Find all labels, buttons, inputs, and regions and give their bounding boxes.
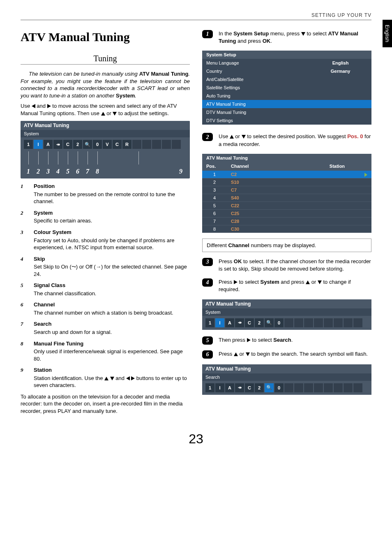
step-body: Then press to select Search. (219, 336, 371, 344)
cell-pos: 2 (202, 178, 227, 186)
def-num: 2 (21, 209, 29, 225)
text: ) or Off ( (76, 264, 96, 270)
strip-cell: I (215, 383, 224, 392)
diagram-title: ATV Manual Tuning (21, 121, 190, 130)
def-title: Skip (34, 255, 190, 263)
step-body: In the System Setup menu, press to selec… (219, 30, 371, 45)
text: numbers may be displayed. (249, 242, 316, 248)
text: Use (21, 103, 32, 109)
text: Station identification. Use the (34, 375, 104, 381)
text: OK (263, 38, 271, 44)
down-arrow-icon (242, 135, 246, 139)
note-box: Different Channel numbers may be display… (202, 239, 371, 252)
strip-cell (304, 318, 313, 327)
strip-cell: A (225, 383, 234, 392)
cell-channel: C25 (227, 209, 303, 217)
strip-cell: 🔍 (265, 318, 274, 327)
def-item: 4 Skip Set Skip to On (⤳) or Off (→) for… (21, 255, 190, 278)
strip-cell (314, 383, 323, 392)
left-arrow-icon (126, 376, 130, 380)
system-screen: ATV Manual Tuning System 1 I A ↠ C 2 🔍 0 (202, 299, 371, 330)
def-body: The channel number on which a station is… (34, 309, 190, 317)
def-item: 8 Manual Fine TuningOnly used if interfe… (21, 340, 190, 363)
strip-cell (162, 140, 171, 149)
text: and press (236, 38, 262, 44)
strip-cell: 0 (93, 140, 102, 149)
strip-cell (314, 318, 323, 327)
text: Then press (219, 337, 247, 343)
cell-pos: 5 (202, 202, 227, 209)
text: menu, press (269, 30, 301, 37)
text: Pos. 0 (347, 133, 363, 139)
def-body: Specific to certain areas. (34, 217, 190, 225)
menu-label: DTV Settings (202, 116, 309, 125)
right-arrow-icon (234, 280, 238, 284)
col-channel: Channel (227, 162, 303, 171)
strip-cell: A (225, 318, 234, 327)
language-tab: English (383, 20, 392, 47)
step-badge-6: 6 (202, 350, 213, 359)
section-header: SETTING UP YOUR TV (21, 12, 371, 18)
system-setup-menu: System Setup Menu LanguageEnglish Countr… (202, 51, 371, 125)
strip-cell (294, 383, 303, 392)
col-pos: Pos. (202, 162, 227, 171)
cell-channel: C30 (227, 225, 303, 233)
diagram-number: 9 (103, 168, 187, 175)
strip-cell: 1 (205, 383, 214, 392)
step-body: Press or to begin the search. The search… (219, 350, 371, 358)
strip-cell (294, 318, 303, 327)
step-badge-2: 2 (202, 133, 213, 141)
down-arrow-icon (318, 280, 322, 284)
text: and press (279, 279, 306, 285)
use-arrows-paragraph: Use and to move across the screen and se… (21, 102, 190, 117)
right-arrow-icon (131, 376, 135, 380)
cell-pos: 1 (202, 170, 227, 178)
def-body: Factory set to Auto, should only be chan… (34, 237, 190, 251)
channel-list-table: ATV Manual Tuning Pos. Channel Station 1… (202, 154, 371, 233)
strip-cell: A (44, 140, 53, 149)
text: or (105, 110, 113, 116)
left-column: ATV Manual Tuning Tuning The television … (21, 30, 190, 419)
strip-cell (172, 140, 181, 149)
def-num: 9 (21, 366, 29, 389)
text: In the (219, 30, 233, 37)
def-num: 1 (21, 183, 29, 205)
up-arrow-icon (234, 352, 238, 356)
def-body: Station identification. Use the and butt… (34, 375, 190, 389)
diagram-number: 7 (83, 168, 92, 175)
skip-on-icon: ⤳ (71, 263, 76, 271)
def-title: Channel (34, 301, 190, 308)
search-screen: ATV Manual Tuning Search 1 I A ↠ C 2 🔍 0 (202, 364, 371, 395)
text: Set Skip to On ( (34, 264, 71, 270)
text: Press (219, 258, 234, 264)
up-arrow-icon (104, 377, 108, 380)
def-title: Search (34, 320, 190, 328)
strip-cell: R (122, 140, 131, 149)
right-column: 1 In the System Setup menu, press to sel… (202, 30, 371, 419)
strip-cell: 1 (205, 318, 214, 327)
step-5: 5 Then press to select Search. (202, 336, 371, 345)
text: Press (219, 279, 234, 285)
text: to select the desired position. We sugge… (246, 133, 348, 139)
def-item: 2 SystemSpecific to certain areas. (21, 209, 190, 225)
down-arrow-icon (110, 377, 114, 380)
num-row: 1 2 3 4 5 6 7 8 9 (21, 168, 190, 178)
intro-post: . (135, 93, 136, 99)
def-body: Search up and down for a signal. (34, 329, 190, 336)
skip-off-icon: → (96, 263, 101, 271)
subheading-tuning: Tuning (21, 54, 190, 65)
def-title: Manual Fine Tuning (34, 340, 190, 348)
menu-label: Auto Tuning (202, 92, 309, 100)
text: to select (238, 279, 261, 285)
cell-pos: 7 (202, 217, 227, 225)
diagram-number: 8 (93, 168, 102, 175)
text: to select. If the channel chosen for the… (219, 258, 371, 272)
strip-cell (353, 383, 362, 392)
screen-sub: System (202, 308, 371, 316)
text: Search (273, 337, 291, 343)
def-title: Station (34, 366, 190, 374)
def-item: 1 PositionThe number to be pressed on th… (21, 183, 190, 205)
col-station: Station (303, 162, 371, 171)
text: and (35, 103, 47, 109)
text: Press (219, 351, 234, 357)
